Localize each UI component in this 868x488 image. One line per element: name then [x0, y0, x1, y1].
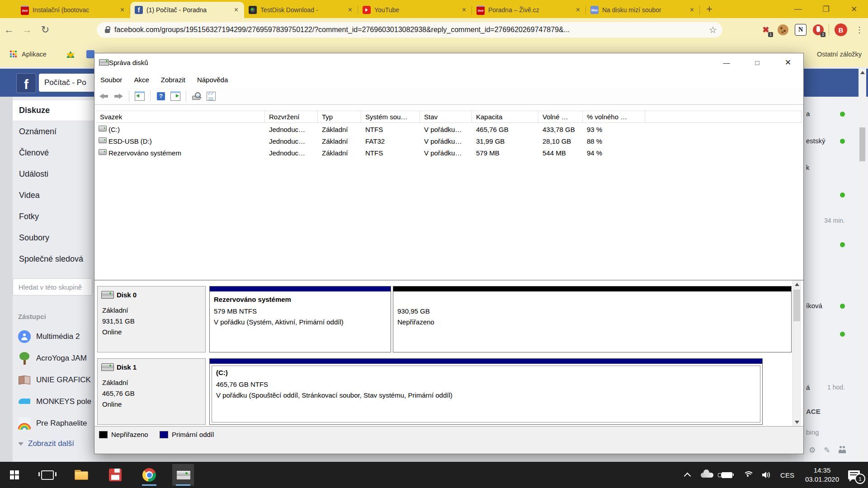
- tab-close-icon[interactable]: ×: [347, 6, 354, 14]
- disk-management-taskbar-icon[interactable]: [172, 464, 194, 486]
- chat-contact[interactable]: bing: [803, 428, 860, 439]
- chat-contact[interactable]: [803, 240, 860, 251]
- reload-icon[interactable]: ↻: [36, 24, 54, 36]
- scroll-up-icon[interactable]: [795, 283, 799, 286]
- window-minimize-button[interactable]: —: [711, 53, 742, 71]
- google-drive-bookmark-icon[interactable]: [66, 51, 75, 58]
- chat-contact[interactable]: á1 hod.: [803, 384, 860, 394]
- sidebar-item-udalosti[interactable]: Události: [13, 164, 94, 184]
- column-kapacita[interactable]: Kapacita: [472, 111, 538, 122]
- tab-close-icon[interactable]: ×: [575, 6, 581, 14]
- column-typ[interactable]: Typ: [318, 111, 361, 122]
- sidebar-item-spolecne-sledovani[interactable]: Společné sledová: [13, 249, 94, 269]
- facebook-logo[interactable]: f: [16, 73, 36, 93]
- tab-na-disku[interactable]: Blue Na disku mizí soubor ×: [586, 2, 700, 18]
- sidebar-item-soubory[interactable]: Soubory: [13, 227, 94, 248]
- forward-icon[interactable]: →: [18, 24, 36, 36]
- column-rozvrzeni[interactable]: Rozvržení: [265, 111, 318, 122]
- adblock-extension-icon[interactable]: 2: [813, 24, 824, 35]
- column-volne[interactable]: Volné …: [538, 111, 583, 122]
- chat-contact[interactable]: 34 min.: [803, 217, 860, 228]
- column-stav[interactable]: Stav: [420, 111, 472, 122]
- scroll-up-icon[interactable]: [860, 71, 865, 74]
- sidebar-item-videa[interactable]: Videa: [13, 185, 94, 206]
- help-icon[interactable]: ?: [155, 90, 167, 102]
- chat-settings-gear-icon[interactable]: ⚙: [809, 446, 816, 455]
- apps-bookmark-label[interactable]: Aplikace: [22, 51, 47, 58]
- menu-soubor[interactable]: Soubor: [94, 76, 128, 84]
- wifi-icon[interactable]: [743, 471, 753, 479]
- chat-people-icon[interactable]: [839, 448, 846, 453]
- cookie-extension-icon[interactable]: [778, 24, 788, 35]
- console-tree-icon[interactable]: [134, 90, 146, 102]
- tab-close-icon[interactable]: ×: [119, 6, 126, 14]
- shortcut-pre-raphaelite[interactable]: Pre Raphaelite: [18, 413, 94, 434]
- onedrive-icon[interactable]: [701, 473, 713, 478]
- language-indicator[interactable]: CES: [780, 471, 794, 479]
- page-scrollbar[interactable]: [859, 69, 866, 462]
- task-view-button[interactable]: [37, 464, 58, 486]
- tray-chevron-icon[interactable]: [684, 472, 691, 479]
- tab-youtube[interactable]: YouTube ×: [358, 2, 472, 18]
- tab-facebook-active[interactable]: f (1) Počítač - Poradna ×: [130, 2, 244, 18]
- partition-c[interactable]: (C:) 465,76 GB NTFS V pořádku (Spouštěcí…: [209, 358, 763, 425]
- back-arrow-icon[interactable]: [98, 90, 110, 102]
- battery-icon[interactable]: [722, 472, 732, 478]
- sidebar-item-diskuze[interactable]: Diskuze: [13, 100, 94, 121]
- chat-contact[interactable]: a: [803, 110, 860, 121]
- installer-app-icon[interactable]: [104, 464, 126, 486]
- partition-rezervovano[interactable]: Rezervováno systémem 579 MB NTFS V pořád…: [209, 286, 391, 352]
- chat-contact[interactable]: íková: [803, 302, 860, 313]
- column-procento-volneho[interactable]: % volného …: [583, 111, 645, 122]
- notion-extension-icon[interactable]: N: [795, 24, 807, 36]
- scrollbar-thumb[interactable]: [793, 290, 800, 321]
- chrome-icon[interactable]: [138, 464, 160, 486]
- chat-contact[interactable]: k: [803, 164, 860, 174]
- browser-restore-button[interactable]: ❐: [812, 5, 840, 14]
- chrome-menu-icon[interactable]: ⋮: [855, 25, 863, 35]
- volume-icon[interactable]: [761, 471, 771, 479]
- url-omnibox[interactable]: facebook.com/groups/195156327194299/2769…: [97, 22, 722, 38]
- partition-unallocated[interactable]: 930,95 GB Nepřiřazeno: [393, 286, 792, 352]
- disk-1-panel[interactable]: Disk 1 Základní 465,76 GB Online: [97, 358, 206, 425]
- refresh-disk-icon[interactable]: [191, 90, 203, 102]
- menu-zobrazit[interactable]: Zobrazit: [155, 76, 191, 84]
- apps-grid-icon[interactable]: [10, 51, 17, 58]
- scroll-down-icon[interactable]: [795, 421, 799, 424]
- other-bookmarks-label[interactable]: Ostatní záložky: [817, 51, 862, 58]
- tab-close-icon[interactable]: ×: [689, 6, 695, 14]
- new-tab-button[interactable]: +: [706, 3, 712, 15]
- tab-instalacni[interactable]: živě Instalační (bootovac ×: [16, 2, 130, 18]
- properties-checklist-icon[interactable]: [205, 90, 217, 102]
- shortcut-monkeys[interactable]: MONKEYS pole: [18, 391, 94, 412]
- scrollbar-thumb[interactable]: [859, 127, 865, 161]
- column-svazek[interactable]: Svazek: [96, 111, 265, 122]
- sidebar-item-clenove[interactable]: Členové: [13, 142, 94, 163]
- start-button[interactable]: [4, 464, 25, 486]
- menu-akce[interactable]: Akce: [128, 76, 155, 84]
- action-pane-icon[interactable]: [170, 90, 181, 102]
- shortcut-acroyoga[interactable]: AcroYoga JAM: [18, 348, 94, 369]
- clock[interactable]: 14:35 03.01.2020: [805, 466, 839, 484]
- browser-close-button[interactable]: ✕: [840, 5, 868, 14]
- window-maximize-button[interactable]: □: [742, 53, 773, 71]
- tab-close-icon[interactable]: ×: [233, 6, 240, 14]
- window-close-button[interactable]: ✕: [773, 53, 803, 71]
- file-explorer-icon[interactable]: [71, 464, 92, 486]
- shortcut-multimedia[interactable]: Multimédia 2: [18, 326, 94, 347]
- chat-contact[interactable]: estský: [803, 137, 860, 148]
- tab-poradna[interactable]: živě Poradna – Živě.cz ×: [472, 2, 586, 18]
- https-lock-icon[interactable]: [105, 29, 110, 33]
- browser-minimize-button[interactable]: —: [784, 5, 812, 14]
- window-title-bar[interactable]: Správa disků — □ ✕: [94, 53, 803, 71]
- menu-napoveda[interactable]: Nápověda: [191, 76, 234, 84]
- forward-arrow-icon[interactable]: [113, 90, 124, 102]
- chat-contact[interactable]: [803, 191, 860, 202]
- group-search-input[interactable]: Hledat v této skupině: [13, 278, 92, 296]
- bookmark-star-icon[interactable]: ☆: [709, 24, 717, 35]
- tab-testdisk[interactable]: TestDisk Download - ×: [244, 2, 358, 18]
- chat-contact[interactable]: [803, 330, 860, 341]
- show-more-link[interactable]: Zobrazit další: [18, 439, 74, 448]
- chat-compose-icon[interactable]: ✎: [824, 446, 830, 455]
- column-system-souboru[interactable]: Systém sou…: [361, 111, 420, 122]
